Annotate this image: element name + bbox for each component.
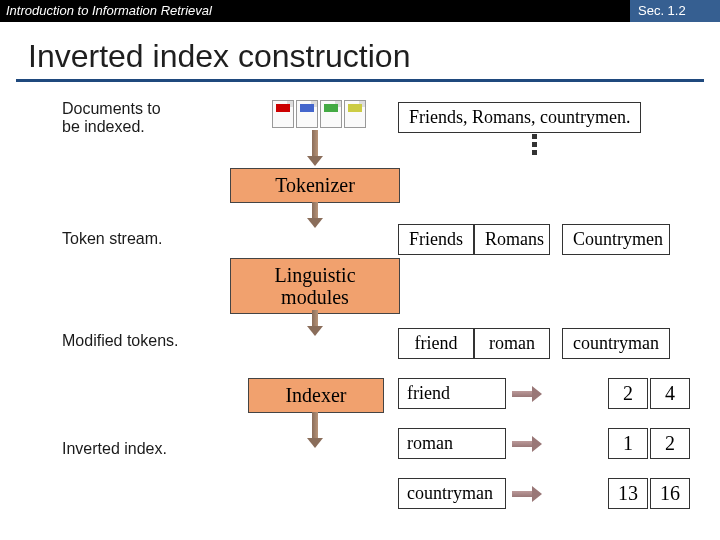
indexer-box: Indexer bbox=[248, 378, 384, 413]
token-row-raw: Friends Romans Countrymen bbox=[398, 224, 670, 255]
label-modified-tokens: Modified tokens. bbox=[62, 332, 179, 350]
section-tag: Sec. 1.2 bbox=[630, 0, 720, 22]
vertical-dots-icon bbox=[532, 134, 537, 155]
arrow-right-icon bbox=[512, 388, 542, 400]
slide-title: Inverted index construction bbox=[28, 38, 720, 75]
posting-row: friend 2 4 bbox=[398, 378, 690, 409]
doc-icon bbox=[344, 100, 366, 128]
token-cell: Friends bbox=[398, 224, 474, 255]
course-title: Introduction to Information Retrieval bbox=[0, 0, 630, 22]
posting-id: 4 bbox=[650, 378, 690, 409]
posting-term: countryman bbox=[398, 478, 506, 509]
token-cell: Romans bbox=[474, 224, 550, 255]
doc-icon bbox=[272, 100, 294, 128]
posting-row: countryman 13 16 bbox=[398, 478, 690, 509]
posting-id: 13 bbox=[608, 478, 648, 509]
token-cell: friend bbox=[398, 328, 474, 359]
slide-header: Introduction to Information Retrieval Se… bbox=[0, 0, 720, 22]
posting-id: 2 bbox=[608, 378, 648, 409]
input-sentence: Friends, Romans, countrymen. bbox=[398, 102, 641, 133]
arrow-right-icon bbox=[512, 438, 542, 450]
label-inverted-index: Inverted index. bbox=[62, 440, 167, 458]
posting-term: friend bbox=[398, 378, 506, 409]
posting-term: roman bbox=[398, 428, 506, 459]
tokenizer-box: Tokenizer bbox=[230, 168, 400, 203]
token-cell: countryman bbox=[562, 328, 670, 359]
posting-id: 2 bbox=[650, 428, 690, 459]
arrow-right-icon bbox=[512, 488, 534, 500]
document-icons bbox=[272, 100, 366, 128]
linguistic-box: Linguistic modules bbox=[230, 258, 400, 314]
posting-id: 1 bbox=[608, 428, 648, 459]
doc-icon bbox=[296, 100, 318, 128]
token-cell: Countrymen bbox=[562, 224, 670, 255]
label-documents: Documents to be indexed. bbox=[62, 100, 161, 136]
label-token-stream: Token stream. bbox=[62, 230, 162, 248]
doc-icon bbox=[320, 100, 342, 128]
diagram-area: Documents to be indexed. Friends, Romans… bbox=[0, 82, 720, 540]
posting-row: roman 1 2 bbox=[398, 428, 690, 459]
posting-id: 16 bbox=[650, 478, 690, 509]
token-row-modified: friend roman countryman bbox=[398, 328, 670, 359]
token-cell: roman bbox=[474, 328, 550, 359]
